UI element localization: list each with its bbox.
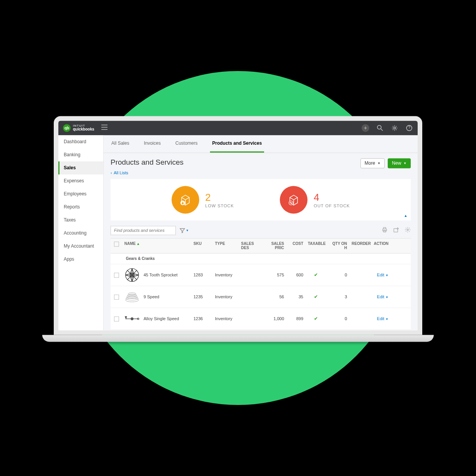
top-bar: qb INTUIT quickbooks + ? bbox=[58, 121, 418, 135]
table-header: NAME▲ SKU TYPE SALES DES SALES PRIC COST… bbox=[111, 238, 411, 253]
row-checkbox[interactable] bbox=[114, 294, 119, 299]
caret-down-icon: ▼ bbox=[385, 296, 388, 299]
hamburger-menu-icon[interactable] bbox=[101, 124, 107, 131]
sidebar-item-reports[interactable]: Reports bbox=[58, 200, 103, 213]
caret-down-icon: ▼ bbox=[385, 274, 388, 277]
svg-point-2 bbox=[394, 127, 396, 129]
more-button[interactable]: More ▼ bbox=[360, 158, 385, 168]
low-stock-count: 2 bbox=[205, 192, 234, 203]
col-cost[interactable]: COST bbox=[286, 238, 306, 253]
edit-button[interactable]: Edit ▼ bbox=[377, 273, 388, 277]
svg-point-16 bbox=[128, 293, 136, 295]
col-reorder[interactable]: REORDER bbox=[349, 238, 371, 253]
sort-asc-icon: ▲ bbox=[136, 242, 140, 246]
plus-icon[interactable]: + bbox=[362, 124, 369, 132]
sidebar-item-dashboard[interactable]: Dashboard bbox=[58, 135, 103, 148]
col-qty[interactable]: QTY ON H bbox=[326, 238, 349, 253]
col-desc[interactable]: SALES DES bbox=[239, 238, 262, 253]
group-row: Gears & Cranks bbox=[111, 253, 411, 264]
product-taxable: ✔ bbox=[306, 269, 326, 281]
col-taxable[interactable]: TAXABLE bbox=[306, 238, 326, 253]
product-cost: 899 bbox=[286, 313, 306, 324]
row-checkbox[interactable] bbox=[114, 316, 119, 321]
help-icon[interactable]: ? bbox=[405, 124, 413, 132]
sidebar-item-banking[interactable]: Banking bbox=[58, 148, 103, 161]
table-row: 9 Speed1235Inventory5635✔3Edit ▼ bbox=[111, 286, 411, 308]
product-qty: 3 bbox=[326, 291, 349, 302]
settings-icon[interactable] bbox=[405, 226, 411, 234]
col-action[interactable]: ACTION bbox=[371, 238, 393, 253]
svg-point-22 bbox=[131, 317, 133, 320]
check-icon: ✔ bbox=[314, 294, 318, 299]
check-icon: ✔ bbox=[314, 272, 318, 278]
select-all-checkbox[interactable] bbox=[114, 241, 119, 246]
col-price[interactable]: SALES PRIC bbox=[262, 238, 286, 253]
product-qty: 0 bbox=[326, 313, 349, 324]
product-cost: 35 bbox=[286, 291, 306, 302]
sidebar-item-accounting[interactable]: Accounting bbox=[58, 226, 103, 240]
sidebar-item-taxes[interactable]: Taxes bbox=[58, 213, 103, 226]
edit-button[interactable]: Edit ▼ bbox=[377, 316, 388, 321]
tab-all-sales[interactable]: All Sales bbox=[109, 135, 132, 152]
sidebar-item-employees[interactable]: Employees bbox=[58, 187, 103, 200]
product-sku: 1283 bbox=[191, 269, 213, 280]
product-sku: 1235 bbox=[191, 291, 213, 302]
product-sku: 1236 bbox=[191, 313, 213, 324]
product-image bbox=[124, 289, 140, 304]
product-price: 56 bbox=[262, 291, 286, 302]
out-of-stock-count: 4 bbox=[314, 192, 350, 203]
col-type[interactable]: TYPE bbox=[213, 238, 239, 253]
product-type: Inventory bbox=[213, 313, 239, 324]
svg-point-13 bbox=[407, 229, 408, 230]
svg-line-1 bbox=[381, 129, 383, 131]
svg-text:?: ? bbox=[408, 126, 410, 130]
out-of-stock-stat[interactable]: 4 OUT OF STOCK bbox=[280, 186, 350, 213]
edit-button[interactable]: Edit ▼ bbox=[377, 294, 388, 299]
check-icon: ✔ bbox=[314, 316, 318, 321]
sidebar-item-expenses[interactable]: Expenses bbox=[58, 174, 103, 187]
caret-down-icon: ▼ bbox=[385, 317, 388, 321]
product-type: Inventory bbox=[213, 291, 239, 302]
product-type: Inventory bbox=[213, 269, 239, 280]
tab-customers[interactable]: Customers bbox=[173, 135, 200, 152]
product-price: 1,000 bbox=[262, 313, 286, 324]
page-title: Products and Services bbox=[111, 158, 183, 167]
product-cost: 600 bbox=[286, 269, 306, 280]
gear-icon[interactable] bbox=[391, 124, 398, 132]
search-input[interactable] bbox=[111, 226, 176, 235]
tab-products-and-services[interactable]: Products and Services bbox=[210, 135, 264, 152]
col-name[interactable]: NAME▲ bbox=[122, 238, 191, 253]
new-button[interactable]: New ▼ bbox=[388, 158, 411, 168]
breadcrumb: ‹ All Lists bbox=[104, 170, 418, 179]
products-table: NAME▲ SKU TYPE SALES DES SALES PRIC COST… bbox=[111, 238, 411, 330]
low-stock-icon bbox=[172, 186, 199, 213]
low-stock-label: LOW STOCK bbox=[205, 203, 234, 208]
svg-rect-10 bbox=[383, 227, 386, 229]
caret-down-icon: ▼ bbox=[403, 162, 407, 165]
product-image bbox=[124, 267, 140, 283]
product-image bbox=[124, 311, 140, 326]
logo-badge-icon: qb bbox=[63, 124, 71, 132]
sidebar-item-my-accountant[interactable]: My Accountant bbox=[58, 240, 103, 253]
low-stock-stat[interactable]: 2 LOW STOCK bbox=[172, 186, 234, 213]
out-of-stock-label: OUT OF STOCK bbox=[314, 203, 350, 208]
svg-rect-12 bbox=[394, 228, 398, 232]
brand-line2: quickbooks bbox=[73, 127, 94, 131]
app-logo[interactable]: qb INTUIT quickbooks bbox=[63, 124, 94, 132]
collapse-caret-icon[interactable]: ▴ bbox=[405, 213, 407, 218]
product-name: 9 Speed bbox=[141, 291, 191, 302]
export-icon[interactable] bbox=[393, 226, 399, 234]
all-lists-link[interactable]: All Lists bbox=[114, 170, 128, 175]
out-of-stock-icon bbox=[280, 186, 307, 213]
product-taxable: ✔ bbox=[306, 313, 326, 324]
row-checkbox[interactable] bbox=[114, 273, 119, 278]
product-name: 45 Tooth Sprocket bbox=[141, 269, 191, 280]
print-icon[interactable] bbox=[382, 226, 388, 234]
tab-invoices[interactable]: Invoices bbox=[142, 135, 163, 152]
sidebar-item-apps[interactable]: Apps bbox=[58, 253, 103, 266]
sidebar-item-sales[interactable]: Sales bbox=[58, 161, 103, 174]
product-qty: 0 bbox=[326, 269, 349, 280]
filter-icon[interactable]: ▼ bbox=[180, 228, 189, 233]
search-icon[interactable] bbox=[376, 124, 384, 132]
col-sku[interactable]: SKU bbox=[191, 238, 213, 253]
